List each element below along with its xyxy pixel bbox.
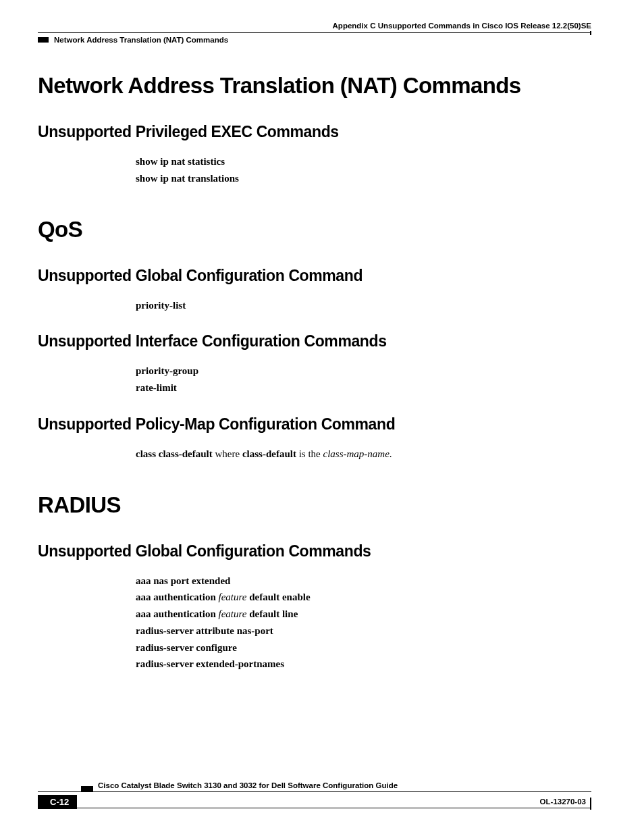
command-text: aaa nas port extended: [136, 573, 591, 590]
heading-qos: QoS: [38, 217, 591, 242]
page-number: C-12: [38, 795, 77, 809]
page: Appendix C Unsupported Commands in Cisco…: [0, 0, 644, 834]
footer-rule-top: [38, 791, 591, 792]
command-text: priority-list: [136, 297, 591, 314]
header-rule: [38, 32, 591, 33]
footer-book-title: Cisco Catalyst Blade Switch 3130 and 303…: [98, 781, 398, 789]
command-text: aaa authentication feature default line: [136, 606, 591, 623]
command-text: aaa authentication feature default enabl…: [136, 589, 591, 606]
command-text: priority-group: [136, 363, 591, 380]
running-header-left: Network Address Translation (NAT) Comman…: [54, 36, 228, 44]
heading-radius: RADIUS: [38, 492, 591, 518]
command-text: show ip nat statistics: [136, 153, 591, 170]
subheading-qos-global: Unsupported Global Configuration Command: [38, 267, 591, 285]
command-text: class class-default where class-default …: [136, 446, 591, 463]
section-marker-icon: [38, 37, 49, 43]
command-text: rate-limit: [136, 380, 591, 396]
footer-doc-id: OL-13270-03: [540, 798, 586, 806]
command-text: show ip nat translations: [136, 170, 591, 187]
subheading-radius-global: Unsupported Global Configuration Command…: [38, 542, 591, 561]
footer-rule-bottom: [74, 808, 591, 808]
content: Network Address Translation (NAT) Comman…: [38, 73, 591, 673]
header-tick: [590, 31, 591, 35]
footer-tick-right: [590, 798, 591, 810]
command-block: aaa nas port extended aaa authentication…: [136, 573, 591, 673]
command-block: class class-default where class-default …: [136, 446, 591, 463]
command-text: radius-server configure: [136, 640, 591, 656]
subheading-qos-interface: Unsupported Interface Configuration Comm…: [38, 332, 591, 350]
running-header-right: Appendix C Unsupported Commands in Cisco…: [333, 22, 591, 30]
heading-nat: Network Address Translation (NAT) Comman…: [38, 73, 591, 99]
command-block: priority-list: [136, 297, 591, 314]
subheading-qos-policymap: Unsupported Policy-Map Configuration Com…: [38, 415, 591, 434]
command-text: radius-server extended-portnames: [136, 656, 591, 673]
command-block: priority-group rate-limit: [136, 363, 591, 396]
command-text: radius-server attribute nas-port: [136, 623, 591, 640]
command-block: show ip nat statistics show ip nat trans…: [136, 153, 591, 187]
subheading-nat-exec: Unsupported Privileged EXEC Commands: [38, 123, 591, 141]
